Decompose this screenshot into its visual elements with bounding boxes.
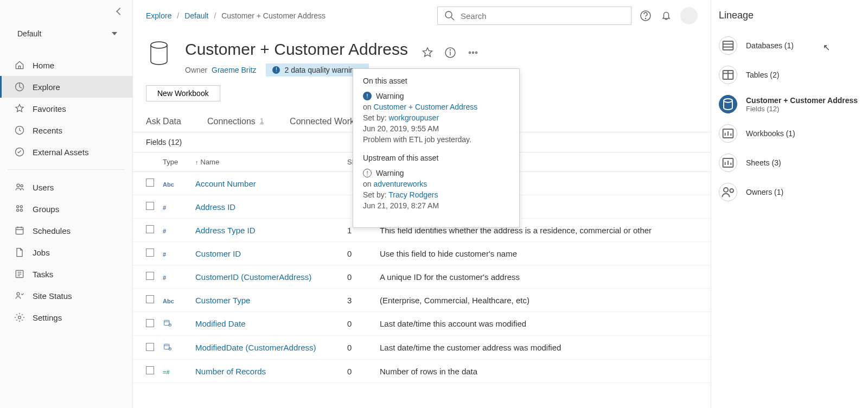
nav-icon xyxy=(14,182,25,193)
new-workbook-button[interactable]: New Workbook xyxy=(146,85,220,101)
row-checkbox[interactable] xyxy=(146,295,154,303)
table-row[interactable]: Modified Date0Last date/time this accoun… xyxy=(133,312,711,336)
owner-link[interactable]: Graeme Britz xyxy=(212,66,256,74)
search-input[interactable] xyxy=(461,11,626,21)
svg-point-14 xyxy=(17,292,20,295)
nav-item-groups[interactable]: Groups xyxy=(0,198,132,220)
field-type xyxy=(158,336,191,360)
crumb-explore[interactable]: Explore xyxy=(146,11,171,20)
warning-upstream-link[interactable]: adventureworks xyxy=(373,180,427,188)
breadcrumb: Explore / Default / Customer + Customer … xyxy=(146,11,430,20)
table-row[interactable]: =#Number of Records0Number of rows in th… xyxy=(133,360,711,383)
lineage-item[interactable]: Owners (1) xyxy=(719,177,859,207)
row-checkbox[interactable] xyxy=(146,178,154,187)
nav-item-tasks[interactable]: Tasks xyxy=(0,263,132,285)
site-name: Default xyxy=(17,29,41,38)
lineage-item[interactable]: Workbooks (1) xyxy=(719,119,859,148)
svg-point-6 xyxy=(20,206,22,208)
nav-item-jobs[interactable]: Jobs xyxy=(0,241,132,263)
svg-point-43 xyxy=(730,189,733,193)
lineage-panel: Lineage Databases (1)Tables (2)Customer … xyxy=(711,0,868,408)
field-sheets: 3 xyxy=(343,289,375,312)
nav-item-users[interactable]: Users xyxy=(0,176,132,198)
user-avatar[interactable] xyxy=(680,7,698,24)
table-row[interactable]: #CustomerID (CustomerAddress)0A unique I… xyxy=(133,265,711,289)
row-checkbox[interactable] xyxy=(146,202,154,210)
more-icon[interactable] xyxy=(467,46,480,59)
svg-point-20 xyxy=(151,42,167,48)
field-sheets: 0 xyxy=(343,242,375,265)
tab-ask-data[interactable]: Ask Data xyxy=(143,117,184,132)
lineage-icon xyxy=(719,95,737,113)
svg-point-16 xyxy=(445,11,452,18)
field-name: CustomerID (CustomerAddress) xyxy=(191,265,343,289)
field-type: Abc xyxy=(158,172,191,195)
field-type: Abc xyxy=(158,289,191,312)
collapse-sidebar-icon[interactable] xyxy=(116,8,124,15)
nav-icon xyxy=(14,81,25,92)
lineage-icon xyxy=(719,183,737,201)
row-checkbox[interactable] xyxy=(146,272,154,280)
lineage-item[interactable]: Customer + Customer AddressFields (12) xyxy=(719,90,859,119)
nav-icon xyxy=(14,60,25,71)
field-desc: Use this field to hide customer's name xyxy=(375,242,711,265)
chevron-down-icon xyxy=(112,32,117,35)
svg-rect-9 xyxy=(16,227,23,234)
nav-icon xyxy=(14,225,25,236)
crumb-current: Customer + Customer Address xyxy=(221,11,326,20)
field-type: # xyxy=(158,195,191,219)
info-icon[interactable] xyxy=(444,46,457,59)
svg-point-19 xyxy=(645,18,646,18)
lineage-item[interactable]: Tables (2) xyxy=(719,60,859,90)
lineage-item[interactable]: Sheets (3) xyxy=(719,148,859,177)
search-box[interactable] xyxy=(437,7,631,25)
owner-label: Owner xyxy=(185,66,207,74)
lineage-item[interactable]: Databases (1) xyxy=(719,31,859,60)
nav-icon xyxy=(14,103,25,114)
row-checkbox[interactable] xyxy=(146,248,154,257)
row-checkbox[interactable] xyxy=(146,343,154,351)
table-row[interactable]: #Customer ID0Use this field to hide cust… xyxy=(133,242,711,265)
lineage-icon xyxy=(719,36,737,55)
col-type[interactable]: Type xyxy=(158,152,191,172)
star-icon[interactable] xyxy=(421,46,434,59)
table-row[interactable]: AbcCustomer Type3(Enterprise, Commercial… xyxy=(133,289,711,312)
warning-setby-link[interactable]: Tracy Rodgers xyxy=(388,190,438,199)
svg-point-23 xyxy=(450,50,450,50)
nav-item-schedules[interactable]: Schedules xyxy=(0,220,132,241)
row-checkbox[interactable] xyxy=(146,225,154,233)
nav-item-explore[interactable]: Explore xyxy=(0,76,132,98)
crumb-default[interactable]: Default xyxy=(184,11,208,20)
svg-point-15 xyxy=(18,316,21,319)
nav-item-home[interactable]: Home xyxy=(0,54,132,76)
svg-point-7 xyxy=(17,209,19,211)
nav-item-recents[interactable]: Recents xyxy=(0,119,132,141)
row-checkbox[interactable] xyxy=(146,319,154,327)
bell-icon[interactable] xyxy=(660,9,673,22)
site-dropdown[interactable]: Default xyxy=(17,29,117,38)
warning-asset-link[interactable]: Customer + Customer Address xyxy=(373,103,477,111)
field-name: Customer Type xyxy=(191,289,343,312)
field-type: # xyxy=(158,265,191,289)
nav-item-settings[interactable]: Settings xyxy=(0,307,132,328)
nav-icon xyxy=(14,312,25,323)
help-icon[interactable] xyxy=(639,9,652,22)
svg-point-26 xyxy=(475,52,477,54)
nav-icon xyxy=(14,247,25,258)
lineage-icon xyxy=(719,66,737,84)
svg-line-17 xyxy=(451,17,454,20)
row-checkbox[interactable] xyxy=(146,366,154,374)
nav-icon xyxy=(14,290,25,301)
tab-connections[interactable]: Connections1 xyxy=(204,117,267,132)
field-name: Modified Date xyxy=(191,312,343,336)
field-desc: Last date/time this account was modified xyxy=(375,312,711,336)
nav-item-site-status[interactable]: Site Status xyxy=(0,285,132,307)
nav-item-external-assets[interactable]: External Assets xyxy=(0,141,132,163)
nav-item-favorites[interactable]: Favorites xyxy=(0,98,132,119)
search-icon xyxy=(443,9,456,22)
warning-setby-link[interactable]: workgroupuser xyxy=(388,113,439,122)
svg-point-5 xyxy=(17,206,19,208)
col-name[interactable]: ↑Name xyxy=(191,152,343,172)
warning-icon: ! xyxy=(363,169,372,177)
table-row[interactable]: ModifiedDate (CustomerAddress)0Last date… xyxy=(133,336,711,360)
